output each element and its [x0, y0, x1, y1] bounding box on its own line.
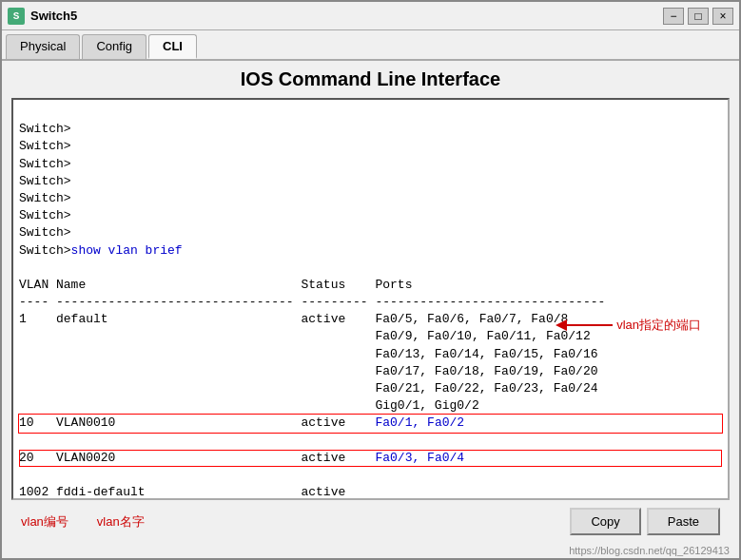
terminal-vlan1-line5: Fa0/21, Fa0/22, Fa0/23, Fa0/24	[19, 381, 598, 396]
annotations-bar: vlan编号 vlan名字	[21, 513, 145, 531]
tab-cli[interactable]: CLI	[148, 34, 197, 59]
terminal-vlan1-line6: Gig0/1, Gig0/2	[19, 398, 479, 413]
terminal-vlan10-row: 10 VLAN0010 active Fa0/1, Fa0/2	[19, 415, 722, 432]
tab-bar: Physical Config CLI	[2, 30, 739, 61]
terminal-line: Switch>show vlan brief	[19, 243, 183, 258]
maximize-button[interactable]: □	[688, 8, 709, 25]
tab-physical[interactable]: Physical	[6, 34, 80, 59]
minimize-button[interactable]: −	[663, 8, 684, 25]
vlan-number-label: vlan编号	[21, 513, 68, 531]
terminal-text: Switch> Switch> Switch> Switch> Switch> …	[19, 104, 722, 498]
app-icon: S	[8, 8, 25, 25]
watermark: https://blog.csdn.net/qq_26129413	[2, 545, 739, 558]
terminal-vlan1-line4: Fa0/17, Fa0/18, Fa0/19, Fa0/20	[19, 364, 598, 378]
page-title: IOS Command Line Interface	[11, 68, 730, 90]
terminal-wrapper: Switch> Switch> Switch> Switch> Switch> …	[11, 98, 730, 500]
paste-button[interactable]: Paste	[647, 508, 720, 535]
bottom-buttons: Copy Paste	[570, 508, 720, 535]
vlan-name-label: vlan名字	[97, 513, 145, 531]
terminal-line: Switch>	[19, 225, 71, 240]
bottom-bar: vlan编号 vlan名字 Copy Paste	[11, 500, 730, 539]
window-controls: − □ ×	[663, 8, 733, 25]
terminal-line: Switch>	[19, 174, 71, 188]
terminal-vlan1002: 1002 fddi-default active	[19, 485, 345, 498]
terminal-separator: ---- -------------------------------- --…	[19, 295, 605, 309]
main-content: IOS Command Line Interface Switch> Switc…	[2, 61, 739, 545]
title-bar: S Switch5 − □ ×	[2, 2, 739, 30]
terminal-line: Switch>	[19, 191, 71, 205]
terminal-line: Switch>	[19, 139, 71, 153]
terminal-header: VLAN Name Status Ports	[19, 278, 412, 292]
terminal-vlan1-line2: Fa0/9, Fa0/10, Fa0/11, Fa0/12	[19, 329, 591, 343]
terminal-line: Switch>	[19, 208, 71, 222]
terminal-scroll[interactable]: Switch> Switch> Switch> Switch> Switch> …	[13, 100, 728, 498]
terminal-line: Switch>	[19, 157, 71, 171]
terminal-container[interactable]: Switch> Switch> Switch> Switch> Switch> …	[11, 98, 730, 500]
main-window: S Switch5 − □ × Physical Config CLI IOS …	[0, 0, 741, 560]
terminal-line: Switch>	[19, 122, 71, 136]
close-button[interactable]: ×	[712, 8, 733, 25]
tab-config[interactable]: Config	[82, 34, 146, 59]
terminal-vlan1-line3: Fa0/13, Fa0/14, Fa0/15, Fa0/16	[19, 347, 598, 361]
window-title: Switch5	[30, 9, 663, 23]
terminal-vlan20-row: 20 VLAN0020 active Fa0/3, Fa0/4	[19, 450, 722, 467]
copy-button[interactable]: Copy	[570, 508, 640, 535]
terminal-vlan1-line1: 1 default active Fa0/5, Fa0/6, Fa0/7, Fa…	[19, 312, 568, 326]
